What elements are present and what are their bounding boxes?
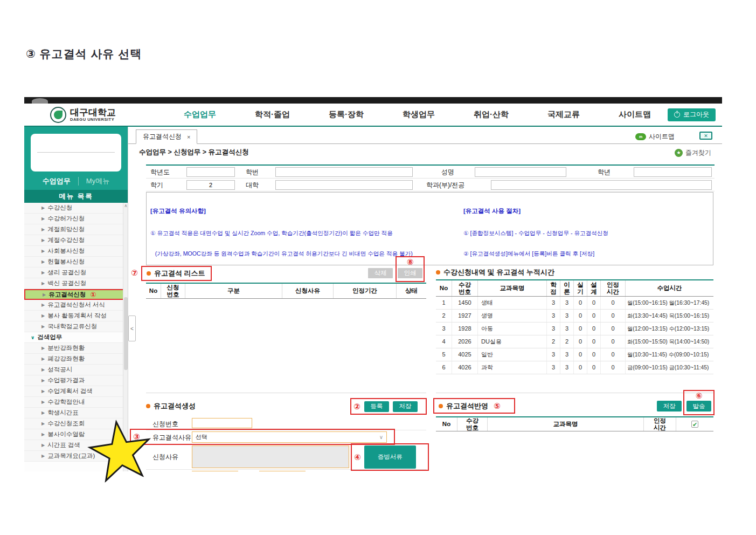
triangle-icon: ▶ [41, 205, 45, 210]
attachment-button[interactable]: 증빙서류 [364, 445, 416, 469]
reflection-save-button[interactable]: 저장 [657, 401, 682, 411]
name-input[interactable] [475, 167, 566, 177]
sidebar-item-grade-posting[interactable]: ▶성적공시 [24, 365, 128, 375]
bullet-icon [146, 404, 150, 408]
sidebar-item-service-plan[interactable]: ▶봉사 활동계획서 작성 [24, 311, 128, 321]
bullet-icon [439, 404, 443, 408]
sidebar-item-student-timetable[interactable]: ▶학생시간표 [24, 408, 128, 419]
creation-save-button[interactable]: 저장 [393, 401, 418, 412]
sidebar-group-search[interactable]: ∨검색업무 [24, 332, 128, 343]
annotation-4: ④ [354, 453, 361, 461]
triangle-icon: ▶ [41, 454, 45, 458]
register-button[interactable]: 등록 [364, 401, 389, 412]
tab-absence-apply[interactable]: 유고결석신청 × [136, 129, 197, 144]
request-no-input[interactable] [192, 418, 252, 428]
sidebar-item-syllabus-search[interactable]: ▶수업계획서 검색 [24, 386, 128, 397]
sidebar-item-section-status[interactable]: ▶분반강좌현황 [24, 343, 128, 354]
reason-textarea[interactable] [192, 445, 349, 468]
sidebar-login-divider [37, 152, 115, 153]
college-input[interactable] [275, 180, 413, 190]
sidebar-item-credit-guide[interactable]: ▶수강학점안내 [24, 397, 128, 408]
power-icon [674, 112, 680, 118]
scroll-up-icon[interactable]: ∧ [123, 203, 128, 209]
triangle-icon: ▶ [41, 410, 45, 415]
university-logo[interactable]: 대구대학교 DAEGU UNIVERSITY [50, 107, 152, 123]
nav-registration[interactable]: 등록·장학 [329, 109, 364, 120]
main-content: < 유고결석신청 × m 사이트맵 ✕ 수업업무 > 신청업무 > 유고결석신청… [128, 127, 722, 471]
triangle-icon: ▶ [41, 313, 45, 318]
nav-international[interactable]: 국제교류 [547, 109, 580, 120]
sidebar-item-seasonal-hope[interactable]: ▶계절희망신청 [24, 224, 128, 235]
period-start-input[interactable] [192, 471, 238, 471]
course-row[interactable]: 54025일반33000월(10:30~11:45) 수(09:00~10:15… [436, 348, 713, 361]
triangle-icon: ▶ [41, 259, 45, 264]
nav-classwork[interactable]: 수업업무 [184, 109, 216, 120]
sidebar-login-box [31, 134, 121, 172]
triangle-icon: ▶ [41, 443, 45, 448]
studentno-input[interactable] [275, 167, 413, 177]
sidebar-item-absence-form[interactable]: ▶유고결석신청서 서식 [24, 300, 128, 311]
grade-input[interactable] [634, 167, 712, 177]
sidebar-item-sugang-permit[interactable]: ▶수강허가신청 [24, 214, 128, 224]
triangle-icon: ▶ [41, 227, 45, 232]
sidebar-collapse-handle[interactable]: < [128, 315, 136, 341]
triangle-icon: ▶ [43, 292, 46, 297]
course-row[interactable]: 31928아동33000월(12:00~13:15) 수(12:00~13:15… [436, 323, 713, 335]
attachment-box: ④ 증빙서류 [351, 443, 429, 471]
reason-select[interactable]: 선택 ∨ [192, 431, 387, 443]
period-end-input[interactable] [259, 471, 306, 471]
app-window: 대구대학교 DAEGU UNIVERSITY 수업업무 학적·졸업 등록·장학 … [24, 97, 722, 471]
sidebar-item-sugang[interactable]: ▶수강신청 [24, 203, 128, 214]
course-row[interactable]: 64026과학33000금(09:00~10:15) 금(10:30~11:45… [436, 361, 713, 374]
logout-button[interactable]: 로그아웃 [668, 108, 716, 121]
triangle-icon: ▶ [41, 356, 45, 361]
sidebar-item-eval-result[interactable]: ▶수업평가결과 [24, 375, 128, 386]
year-input[interactable] [186, 167, 235, 177]
scrollbar-thumb[interactable] [124, 297, 128, 370]
dept-input[interactable] [491, 180, 712, 190]
sidebar-menu-title: 메뉴 목록 [24, 190, 128, 203]
send-button[interactable]: 발송 [686, 401, 711, 411]
chevron-down-icon: ∨ [379, 434, 383, 440]
select-all-checkbox[interactable]: ✔ [691, 421, 698, 428]
sidebar-item-vaccine-absence[interactable]: ▶백신 공결신청 [24, 278, 128, 289]
course-row[interactable]: 42026DU실용22000화(15:00~15:50) 목(14:00~14:… [436, 335, 713, 348]
nav-student[interactable]: 학생업무 [403, 109, 435, 120]
browser-topbar [24, 97, 722, 104]
name-label: 성명 [441, 168, 454, 177]
sidebar-tab-classwork[interactable]: 수업업무 [43, 176, 71, 186]
notice-left: [유고결석 유의사항] ① 유고결석 적용은 대면수업 및 실시간 Zoom 수… [150, 194, 462, 265]
tab-close-icon[interactable]: × [187, 134, 190, 140]
course-row[interactable]: 21927생명33000화(13:30~14:45) 목(15:00~16:15… [436, 310, 713, 323]
nav-records[interactable]: 학적·졸업 [255, 109, 290, 120]
absence-list-title: 유고결석 리스트 [141, 266, 212, 281]
nav-sitemap[interactable]: 사이트맵 [619, 109, 651, 120]
sidebar-item-menstrual-absence[interactable]: ▶생리 공결신청 [24, 268, 128, 278]
triangle-icon: ▶ [41, 281, 45, 286]
sidebar: 수업업무 My메뉴 메뉴 목록 ▶수강신청 ▶수강허가신청 ▶계절희망신청 ▶계… [24, 127, 128, 471]
triangle-icon: ▶ [41, 249, 45, 253]
year-label: 학년도 [150, 168, 170, 177]
college-label: 대학 [246, 181, 259, 190]
studentno-label: 학번 [246, 168, 259, 177]
sidebar-item-closed-courses[interactable]: ▶폐강강좌현황 [24, 354, 128, 365]
creation-title: 유고결석생성 [146, 401, 196, 411]
sidebar-item-blood-service[interactable]: ▶헌혈봉사신청 [24, 257, 128, 268]
sitemap-link[interactable]: m 사이트맵 [635, 132, 675, 141]
absence-list-table: No 신청 번호 구분 신청사유 인정기간 상태 [146, 283, 426, 299]
window-close-icon[interactable]: ✕ [699, 132, 712, 140]
course-row[interactable]: 11450생태33000월(15:00~16:15) 월(16:30~17:45… [436, 297, 713, 310]
sidebar-item-social-service[interactable]: ▶사회봉사신청 [24, 246, 128, 257]
star-icon: ★ [675, 149, 683, 157]
sidebar-tabs: 수업업무 My메뉴 [24, 174, 128, 188]
sidebar-item-absence-apply[interactable]: ▶유고결석신청① [24, 289, 128, 300]
delete-button[interactable]: 삭제 [368, 268, 393, 278]
sidebar-tab-mymenu[interactable]: My메뉴 [86, 176, 109, 186]
sidebar-item-credit-exchange[interactable]: ▶국내학점교류신청 [24, 321, 128, 332]
semester-input[interactable] [186, 180, 235, 190]
favorite-link[interactable]: ★ 즐겨찾기 [675, 148, 711, 157]
annotation-1: ① [90, 291, 96, 299]
page-title: ③ 유고결석 사유 선택 [26, 46, 142, 61]
nav-career[interactable]: 취업·산학 [474, 109, 509, 120]
sidebar-item-seasonal[interactable]: ▶계절수강신청 [24, 235, 128, 246]
